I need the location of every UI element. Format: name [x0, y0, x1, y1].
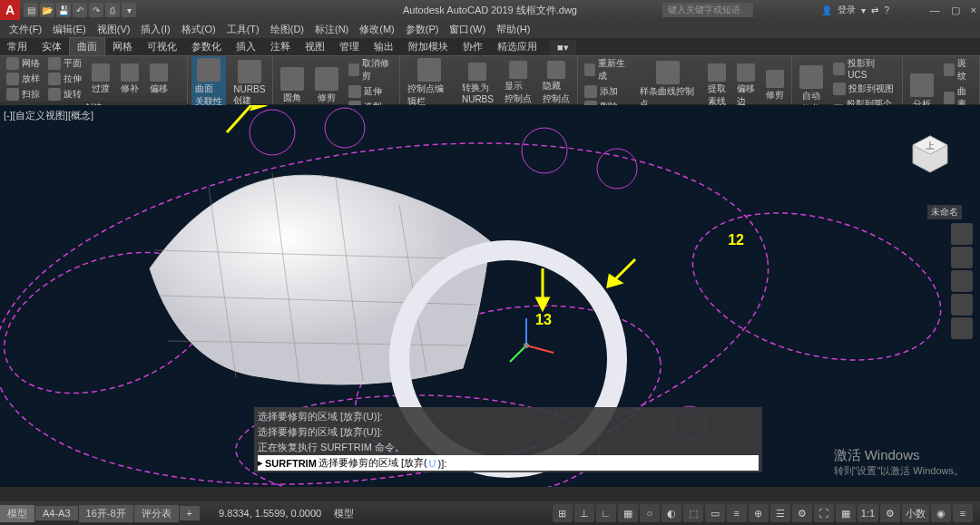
view-unnamed-label[interactable]: 未命名: [927, 205, 962, 219]
layout-tab-16k8k[interactable]: 16开-8开: [79, 505, 133, 522]
viewport-label[interactable]: [-][自定义视图][概念]: [4, 109, 93, 122]
qat-new-icon[interactable]: ▤: [24, 3, 38, 17]
btn-offset[interactable]: 偏移: [146, 62, 172, 97]
command-input[interactable]: ▸ SURFTRIM 选择要修剪的区域 [放弃( U )]:: [258, 455, 759, 471]
app-logo[interactable]: A: [0, 0, 20, 20]
tab-surface[interactable]: 曲面: [69, 37, 105, 55]
minimize-button[interactable]: —: [930, 5, 940, 16]
status-dyn-icon[interactable]: ▭: [705, 504, 725, 522]
tab-parametric[interactable]: 参数化: [184, 38, 229, 55]
status-clean-icon[interactable]: ≡: [953, 504, 973, 522]
qat-open-icon[interactable]: 📂: [40, 3, 54, 17]
menu-format[interactable]: 格式(O): [176, 23, 221, 36]
nav-zoom-icon[interactable]: [951, 270, 973, 292]
qat-more-icon[interactable]: ▾: [122, 3, 136, 17]
btn-untrim[interactable]: 取消修剪: [346, 56, 396, 83]
status-units-label[interactable]: 小数: [902, 504, 929, 522]
status-gizmo-icon[interactable]: ⚙: [792, 504, 812, 522]
help-icon[interactable]: ?: [884, 5, 889, 15]
user-area[interactable]: 👤 登录 ▾ ⇄ ?: [821, 4, 889, 16]
nav-pan-icon[interactable]: [951, 247, 973, 268]
drawing-viewport[interactable]: [-][自定义视图][概念] 12 13 上 未命名 选择要修剪的区域 [放弃(…: [0, 105, 980, 487]
qat-save-icon[interactable]: 💾: [56, 3, 71, 17]
qat-print-icon[interactable]: ⎙: [105, 3, 120, 17]
btn-patch[interactable]: 修补: [117, 62, 142, 97]
layout-tab-score[interactable]: 评分表: [134, 505, 179, 522]
menu-draw[interactable]: 绘图(D): [265, 23, 309, 36]
btn-loft[interactable]: 放样拉伸: [4, 72, 84, 86]
tab-annotate[interactable]: 注释: [263, 38, 298, 55]
space-mode[interactable]: 模型: [334, 507, 354, 520]
btn-rebuild[interactable]: 重新生成: [582, 56, 632, 83]
qat-undo-icon[interactable]: ↶: [73, 3, 87, 17]
btn-extract-iso[interactable]: 提取 素线: [704, 62, 730, 110]
btn-nurbs-creation[interactable]: NURBS 创建: [230, 58, 269, 109]
status-annomon-icon[interactable]: ⛶: [814, 504, 834, 522]
btn-hide-cv[interactable]: 隐藏 控制点: [539, 59, 573, 107]
status-hardware-icon[interactable]: ◉: [931, 504, 951, 522]
status-scale-text[interactable]: 1:1: [858, 504, 878, 522]
status-lwt-icon[interactable]: ≡: [727, 504, 747, 522]
tab-collaborate[interactable]: 协作: [456, 38, 490, 55]
close-button[interactable]: ×: [971, 5, 976, 16]
btn-proj-ucs[interactable]: 投影到 UCS: [830, 56, 899, 81]
btn-show-cv[interactable]: 显示 控制点: [501, 59, 535, 107]
status-cycling-icon[interactable]: ☰: [770, 504, 790, 522]
tab-view[interactable]: 视图: [298, 38, 332, 55]
btn-sweep[interactable]: 扫掠旋转: [4, 87, 84, 102]
cmd-keyword-u[interactable]: U: [429, 458, 436, 469]
exchange-icon[interactable]: ⇄: [871, 5, 878, 15]
status-3dosnap-icon[interactable]: ◐: [662, 504, 681, 522]
tab-solid[interactable]: 实体: [34, 38, 69, 55]
menu-edit[interactable]: 编辑(E): [47, 23, 92, 36]
layout-tab-model[interactable]: 模型: [0, 505, 34, 522]
menu-tools[interactable]: 工具(T): [221, 23, 265, 36]
status-snap-icon[interactable]: ⊥: [574, 504, 594, 522]
layout-tab-a4a3[interactable]: A4-A3: [35, 506, 78, 520]
btn-zebra[interactable]: 斑纹: [941, 56, 975, 83]
layout-tab-add[interactable]: +: [180, 506, 200, 520]
qat-redo-icon[interactable]: ↷: [89, 3, 103, 17]
maximize-button[interactable]: ▢: [951, 5, 960, 16]
menu-dimension[interactable]: 标注(N): [309, 23, 354, 36]
menu-parametric[interactable]: 参数(P): [400, 23, 445, 36]
nav-showmotion-icon[interactable]: [951, 317, 973, 339]
tab-mesh[interactable]: 网格: [105, 38, 140, 55]
status-grid-icon[interactable]: ⊞: [553, 504, 573, 522]
btn-blend[interactable]: 过渡: [88, 62, 113, 97]
btn-trim-curve[interactable]: 修剪: [762, 68, 788, 103]
tab-featured[interactable]: 精选应用: [490, 38, 544, 55]
tab-addins[interactable]: 附加模块: [401, 38, 456, 55]
viewcube[interactable]: 上: [907, 132, 953, 178]
btn-proj-view[interactable]: 投影到视图: [830, 82, 899, 96]
btn-convert-nurbs[interactable]: 转换为 NURBS: [458, 61, 497, 106]
btn-cv-editbar[interactable]: 控制点编辑栏: [404, 56, 455, 110]
btn-add[interactable]: 添加: [582, 84, 632, 99]
status-workspace-icon[interactable]: ▦: [836, 504, 856, 522]
status-otrack-icon[interactable]: ⬚: [683, 504, 703, 522]
btn-trim[interactable]: 修剪: [311, 65, 342, 106]
status-polar-icon[interactable]: ▦: [618, 504, 638, 522]
tab-output[interactable]: 输出: [367, 38, 401, 55]
status-ortho-icon[interactable]: ∟: [596, 504, 616, 522]
btn-extend[interactable]: 延伸: [346, 84, 396, 99]
nav-wheel-icon[interactable]: [951, 223, 973, 245]
status-osnap-icon[interactable]: ○: [640, 504, 660, 522]
tab-manage[interactable]: 管理: [332, 38, 367, 55]
tab-plugin-box[interactable]: ■▾: [550, 40, 576, 55]
status-settings-icon[interactable]: ⚙: [880, 504, 900, 522]
menu-insert[interactable]: 插入(I): [135, 23, 175, 36]
search-input[interactable]: 键入关键字或短语: [662, 3, 753, 17]
btn-offset-edge[interactable]: 偏移 边: [733, 62, 759, 110]
tab-home[interactable]: 常用: [0, 38, 34, 55]
btn-fillet[interactable]: 圆角: [277, 65, 308, 106]
menu-file[interactable]: 文件(F): [4, 23, 47, 36]
status-transparency-icon[interactable]: ⊕: [749, 504, 769, 522]
menu-modify[interactable]: 修改(M): [354, 23, 400, 36]
menu-view[interactable]: 视图(V): [92, 23, 136, 36]
nav-orbit-icon[interactable]: [951, 294, 973, 316]
btn-surface-associativity[interactable]: 曲面 关联性: [191, 56, 226, 110]
menu-help[interactable]: 帮助(H): [491, 23, 535, 36]
btn-spline-cv[interactable]: 样条曲线控制点: [636, 59, 700, 112]
tab-visualize[interactable]: 可视化: [140, 38, 184, 55]
